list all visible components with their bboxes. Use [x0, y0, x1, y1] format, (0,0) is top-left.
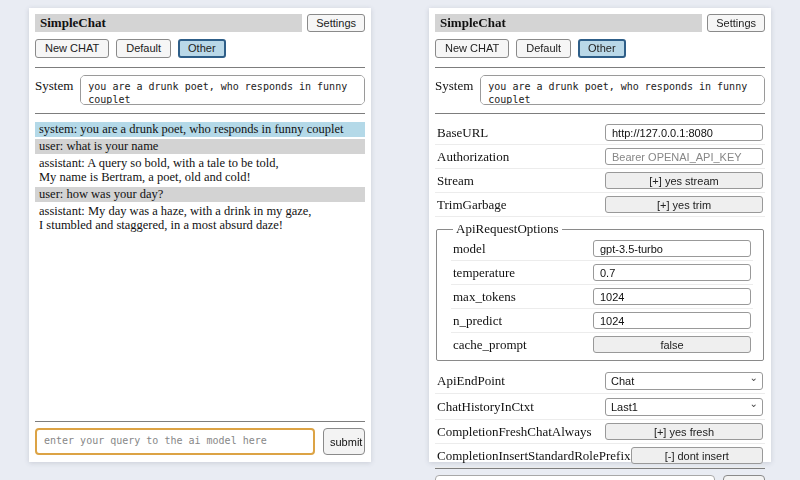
system-label: System — [435, 75, 473, 94]
session-toolbar: New CHAT Default Other — [435, 39, 765, 58]
setting-toggle-trimgarbage[interactable]: [+] yes trim — [605, 196, 763, 213]
setting-row-model: model — [451, 237, 753, 261]
query-row: submit — [435, 475, 765, 480]
session-button-default[interactable]: Default — [516, 39, 571, 58]
session-button-default[interactable]: Default — [116, 39, 171, 58]
new-chat-button[interactable]: New CHAT — [35, 39, 109, 58]
settings-rows-top: BaseURLAuthorizationStream[+] yes stream… — [435, 121, 765, 217]
session-button-other[interactable]: Other — [578, 39, 626, 58]
chat-message-user: user: what is your name — [35, 139, 365, 154]
chat-messages: system: you are a drunk poet, who respon… — [35, 122, 365, 235]
titlebar: SimpleChat Settings — [435, 14, 765, 32]
setting-toggle-completionfreshchatalways[interactable]: [+] yes fresh — [605, 423, 763, 440]
api-request-options-legend: ApiRequestOptions — [453, 221, 562, 237]
setting-select-apiendpoint[interactable]: Chat — [605, 372, 763, 390]
system-prompt-input[interactable]: you are a drunk poet, who responds in fu… — [80, 75, 365, 105]
settings-button[interactable]: Settings — [707, 14, 765, 32]
setting-input-baseurl[interactable] — [605, 124, 763, 141]
settings-rows-bottom: ApiEndPointChat⌄ChatHistoryInCtxtLast1⌄C… — [435, 368, 765, 468]
divider — [435, 67, 765, 68]
setting-row-apiendpoint: ApiEndPointChat⌄ — [435, 368, 765, 394]
session-toolbar: New CHAT Default Other — [35, 39, 365, 58]
setting-toggle-stream[interactable]: [+] yes stream — [605, 172, 763, 189]
system-label: System — [35, 75, 73, 94]
titlebar: SimpleChat Settings — [35, 14, 365, 32]
chat-message-assistant: assistant: My day was a haze, with a dri… — [35, 204, 365, 233]
chat-message-assistant: assistant: A query so bold, with a tale … — [35, 156, 365, 185]
query-input[interactable] — [35, 428, 315, 455]
setting-input-max_tokens[interactable] — [593, 288, 751, 305]
setting-label-authorization: Authorization — [437, 149, 509, 165]
setting-label-baseurl: BaseURL — [437, 125, 488, 141]
setting-input-n_predict[interactable] — [593, 312, 751, 329]
setting-select-wrap-chathistoryinctxt: Last1⌄ — [605, 397, 763, 416]
page: SimpleChat Settings New CHAT Default Oth… — [0, 0, 800, 462]
query-row: submit — [35, 428, 365, 457]
setting-select-chathistoryinctxt[interactable]: Last1 — [605, 398, 763, 416]
setting-row-completionfreshchatalways: CompletionFreshChatAlways[+] yes fresh — [435, 420, 765, 444]
setting-row-temperature: temperature — [451, 261, 753, 285]
setting-label-chathistoryinctxt: ChatHistoryInCtxt — [437, 399, 534, 415]
query-input[interactable] — [435, 475, 715, 480]
submit-button[interactable]: submit — [323, 428, 365, 455]
setting-row-stream: Stream[+] yes stream — [435, 169, 765, 193]
setting-label-completionfreshchatalways: CompletionFreshChatAlways — [437, 424, 592, 440]
settings-button[interactable]: Settings — [307, 14, 365, 32]
setting-label-stream: Stream — [437, 173, 474, 189]
setting-label-cache_prompt: cache_prompt — [453, 337, 527, 353]
app-title: SimpleChat — [435, 14, 702, 32]
setting-label-apiendpoint: ApiEndPoint — [437, 373, 505, 389]
setting-input-authorization[interactable] — [605, 148, 763, 165]
setting-row-completioninsertstandardroleprefix: CompletionInsertStandardRolePrefix[-] do… — [435, 444, 765, 468]
divider — [35, 421, 365, 422]
divider — [35, 113, 365, 114]
setting-row-chathistoryinctxt: ChatHistoryInCtxtLast1⌄ — [435, 394, 765, 420]
setting-label-n_predict: n_predict — [453, 313, 502, 329]
setting-label-model: model — [453, 241, 486, 257]
submit-button[interactable]: submit — [723, 475, 765, 480]
setting-row-cache_prompt: cache_promptfalse — [451, 333, 753, 356]
setting-row-n_predict: n_predict — [451, 309, 753, 333]
chat-message-system: system: you are a drunk poet, who respon… — [35, 122, 365, 137]
api-request-options-fieldset: ApiRequestOptions modeltemperaturemax_to… — [436, 221, 764, 361]
divider — [435, 113, 765, 114]
setting-row-max_tokens: max_tokens — [451, 285, 753, 309]
system-prompt-row: System you are a drunk poet, who respond… — [35, 75, 365, 105]
divider — [435, 468, 765, 469]
system-prompt-input[interactable]: you are a drunk poet, who responds in fu… — [480, 75, 765, 105]
setting-label-temperature: temperature — [453, 265, 515, 281]
setting-row-trimgarbage: TrimGarbage[+] yes trim — [435, 193, 765, 217]
session-button-other[interactable]: Other — [178, 39, 226, 58]
setting-input-model[interactable] — [593, 240, 751, 257]
setting-select-wrap-apiendpoint: Chat⌄ — [605, 371, 763, 390]
setting-row-baseurl: BaseURL — [435, 121, 765, 145]
setting-toggle-completioninsertstandardroleprefix[interactable]: [-] dont insert — [631, 447, 763, 464]
setting-label-completioninsertstandardroleprefix: CompletionInsertStandardRolePrefix — [437, 448, 631, 464]
setting-label-max_tokens: max_tokens — [453, 289, 516, 305]
chat-message-user: user: how was your day? — [35, 187, 365, 202]
new-chat-button[interactable]: New CHAT — [435, 39, 509, 58]
settings-rows-api-request-options: modeltemperaturemax_tokensn_predictcache… — [451, 237, 753, 356]
chat-panel: SimpleChat Settings New CHAT Default Oth… — [29, 8, 371, 462]
divider — [35, 67, 365, 68]
setting-input-temperature[interactable] — [593, 264, 751, 281]
setting-toggle-cache_prompt[interactable]: false — [593, 336, 751, 353]
app-title: SimpleChat — [35, 14, 302, 32]
system-prompt-row: System you are a drunk poet, who respond… — [435, 75, 765, 105]
setting-row-authorization: Authorization — [435, 145, 765, 169]
setting-label-trimgarbage: TrimGarbage — [437, 197, 507, 213]
settings-panel: SimpleChat Settings New CHAT Default Oth… — [429, 8, 771, 462]
